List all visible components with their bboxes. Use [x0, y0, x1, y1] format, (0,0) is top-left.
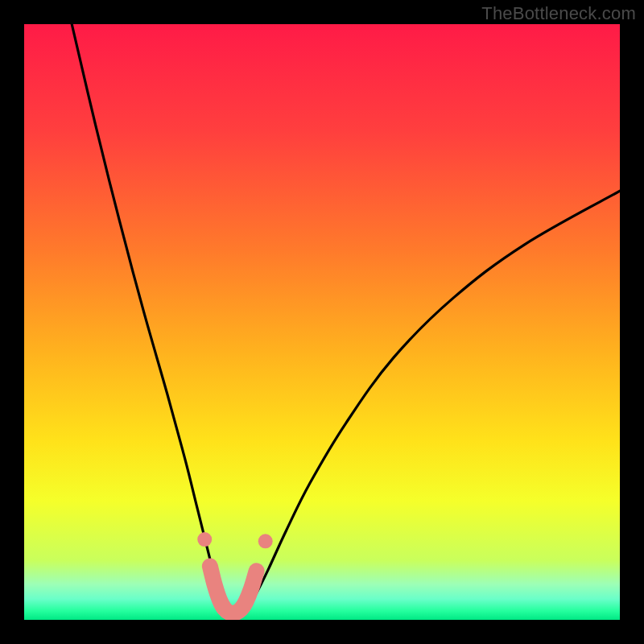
watermark-label: TheBottleneck.com: [481, 3, 636, 24]
plot-area: [24, 24, 620, 620]
chart-stage: TheBottleneck.com: [0, 0, 644, 644]
chart-svg: [24, 24, 620, 620]
gradient-background: [24, 24, 620, 620]
marker-dot: [258, 534, 273, 548]
marker-dot: [197, 532, 212, 547]
